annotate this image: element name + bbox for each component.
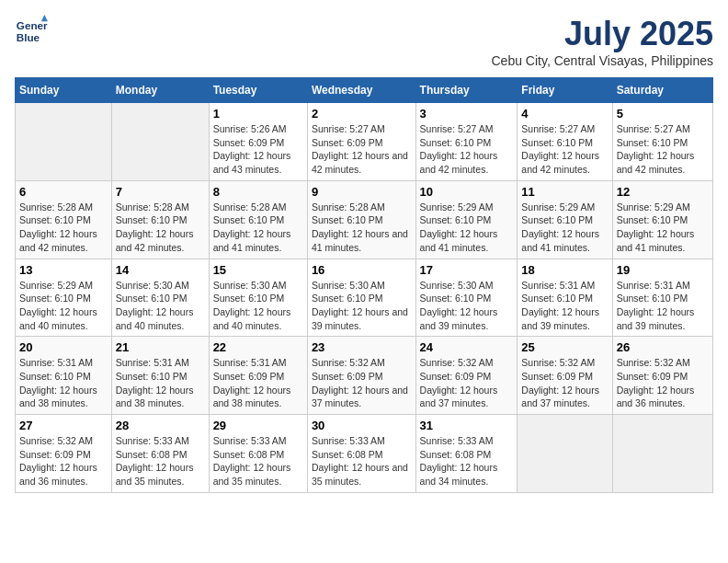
logo-icon: General Blue <box>15 15 48 48</box>
day-number: 10 <box>420 185 514 199</box>
day-info: Sunrise: 5:30 AMSunset: 6:10 PMDaylight:… <box>116 279 205 333</box>
svg-text:Blue: Blue <box>17 31 40 43</box>
calendar-cell: 13Sunrise: 5:29 AMSunset: 6:10 PMDayligh… <box>16 259 112 337</box>
calendar-cell: 21Sunrise: 5:31 AMSunset: 6:10 PMDayligh… <box>111 337 209 415</box>
calendar-cell: 20Sunrise: 5:31 AMSunset: 6:10 PMDayligh… <box>16 337 112 415</box>
day-info: Sunrise: 5:31 AMSunset: 6:09 PMDaylight:… <box>213 356 303 410</box>
day-info: Sunrise: 5:30 AMSunset: 6:10 PMDaylight:… <box>213 279 303 333</box>
calendar-cell: 17Sunrise: 5:30 AMSunset: 6:10 PMDayligh… <box>415 259 518 337</box>
calendar-table: SundayMondayTuesdayWednesdayThursdayFrid… <box>15 77 713 493</box>
day-info: Sunrise: 5:29 AMSunset: 6:10 PMDaylight:… <box>617 201 709 255</box>
day-info: Sunrise: 5:32 AMSunset: 6:09 PMDaylight:… <box>312 356 412 410</box>
column-header-friday: Friday <box>518 78 612 103</box>
day-number: 30 <box>312 419 412 432</box>
day-number: 28 <box>116 419 205 432</box>
calendar-cell: 3Sunrise: 5:27 AMSunset: 6:10 PMDaylight… <box>415 103 518 181</box>
calendar-cell: 18Sunrise: 5:31 AMSunset: 6:10 PMDayligh… <box>518 259 612 337</box>
day-number: 1 <box>213 107 303 121</box>
calendar-cell: 30Sunrise: 5:33 AMSunset: 6:08 PMDayligh… <box>307 415 415 493</box>
day-number: 22 <box>213 340 303 354</box>
calendar-cell: 27Sunrise: 5:32 AMSunset: 6:09 PMDayligh… <box>16 415 112 493</box>
calendar-cell: 23Sunrise: 5:32 AMSunset: 6:09 PMDayligh… <box>307 337 415 415</box>
day-number: 6 <box>19 185 108 199</box>
day-info: Sunrise: 5:30 AMSunset: 6:10 PMDaylight:… <box>312 279 412 333</box>
column-header-thursday: Thursday <box>415 78 518 103</box>
day-number: 17 <box>420 263 514 277</box>
day-info: Sunrise: 5:31 AMSunset: 6:10 PMDaylight:… <box>116 356 205 410</box>
day-info: Sunrise: 5:33 AMSunset: 6:08 PMDaylight:… <box>116 434 205 488</box>
day-info: Sunrise: 5:33 AMSunset: 6:08 PMDaylight:… <box>420 434 514 488</box>
column-header-wednesday: Wednesday <box>307 78 415 103</box>
day-info: Sunrise: 5:28 AMSunset: 6:10 PMDaylight:… <box>116 201 205 255</box>
day-number: 2 <box>312 107 412 121</box>
calendar-cell: 19Sunrise: 5:31 AMSunset: 6:10 PMDayligh… <box>612 259 712 337</box>
calendar-week-2: 6Sunrise: 5:28 AMSunset: 6:10 PMDaylight… <box>16 180 713 259</box>
day-info: Sunrise: 5:32 AMSunset: 6:09 PMDaylight:… <box>521 356 608 410</box>
day-number: 11 <box>521 185 608 199</box>
calendar-cell: 12Sunrise: 5:29 AMSunset: 6:10 PMDayligh… <box>612 180 712 259</box>
calendar-cell: 29Sunrise: 5:33 AMSunset: 6:08 PMDayligh… <box>209 415 307 493</box>
calendar-week-5: 27Sunrise: 5:32 AMSunset: 6:09 PMDayligh… <box>16 415 713 493</box>
day-number: 25 <box>521 340 608 354</box>
day-number: 24 <box>420 340 514 354</box>
calendar-cell: 5Sunrise: 5:27 AMSunset: 6:10 PMDaylight… <box>612 103 712 181</box>
calendar-cell <box>518 415 612 493</box>
calendar-week-1: 1Sunrise: 5:26 AMSunset: 6:09 PMDaylight… <box>16 103 713 181</box>
day-number: 15 <box>213 263 303 277</box>
subtitle: Cebu City, Central Visayas, Philippines <box>492 53 714 68</box>
logo: General Blue <box>15 15 48 48</box>
day-number: 19 <box>617 263 709 277</box>
calendar-cell: 4Sunrise: 5:27 AMSunset: 6:10 PMDaylight… <box>518 103 612 181</box>
day-info: Sunrise: 5:31 AMSunset: 6:10 PMDaylight:… <box>19 356 108 410</box>
title-area: July 2025 Cebu City, Central Visayas, Ph… <box>492 15 714 68</box>
calendar-cell: 26Sunrise: 5:32 AMSunset: 6:09 PMDayligh… <box>612 337 712 415</box>
calendar-cell: 2Sunrise: 5:27 AMSunset: 6:09 PMDaylight… <box>307 103 415 181</box>
day-number: 26 <box>617 340 709 354</box>
calendar-cell: 15Sunrise: 5:30 AMSunset: 6:10 PMDayligh… <box>209 259 307 337</box>
day-number: 20 <box>19 340 108 354</box>
day-info: Sunrise: 5:28 AMSunset: 6:10 PMDaylight:… <box>312 201 412 255</box>
calendar-cell: 31Sunrise: 5:33 AMSunset: 6:08 PMDayligh… <box>415 415 518 493</box>
calendar-week-4: 20Sunrise: 5:31 AMSunset: 6:10 PMDayligh… <box>16 337 713 415</box>
day-info: Sunrise: 5:29 AMSunset: 6:10 PMDaylight:… <box>521 201 608 255</box>
day-number: 31 <box>420 419 514 432</box>
day-number: 16 <box>312 263 412 277</box>
day-info: Sunrise: 5:32 AMSunset: 6:09 PMDaylight:… <box>617 356 709 410</box>
calendar-cell: 11Sunrise: 5:29 AMSunset: 6:10 PMDayligh… <box>518 180 612 259</box>
day-info: Sunrise: 5:32 AMSunset: 6:09 PMDaylight:… <box>420 356 514 410</box>
day-info: Sunrise: 5:33 AMSunset: 6:08 PMDaylight:… <box>312 434 412 488</box>
day-number: 5 <box>617 107 709 121</box>
day-number: 27 <box>19 419 108 432</box>
column-header-sunday: Sunday <box>16 78 112 103</box>
day-info: Sunrise: 5:26 AMSunset: 6:09 PMDaylight:… <box>213 122 303 177</box>
calendar-cell: 22Sunrise: 5:31 AMSunset: 6:09 PMDayligh… <box>209 337 307 415</box>
day-number: 7 <box>116 185 205 199</box>
calendar-cell: 7Sunrise: 5:28 AMSunset: 6:10 PMDaylight… <box>111 180 209 259</box>
calendar-cell: 6Sunrise: 5:28 AMSunset: 6:10 PMDaylight… <box>16 180 112 259</box>
day-number: 14 <box>116 263 205 277</box>
svg-marker-2 <box>41 15 48 21</box>
day-number: 3 <box>420 107 514 121</box>
calendar-cell: 9Sunrise: 5:28 AMSunset: 6:10 PMDaylight… <box>307 180 415 259</box>
column-header-monday: Monday <box>111 78 209 103</box>
day-info: Sunrise: 5:28 AMSunset: 6:10 PMDaylight:… <box>213 201 303 255</box>
day-number: 18 <box>521 263 608 277</box>
calendar-cell <box>612 415 712 493</box>
day-info: Sunrise: 5:33 AMSunset: 6:08 PMDaylight:… <box>213 434 303 488</box>
day-number: 23 <box>312 340 412 354</box>
day-number: 13 <box>19 263 108 277</box>
day-info: Sunrise: 5:27 AMSunset: 6:10 PMDaylight:… <box>420 122 514 177</box>
calendar-cell: 16Sunrise: 5:30 AMSunset: 6:10 PMDayligh… <box>307 259 415 337</box>
day-number: 21 <box>116 340 205 354</box>
calendar-cell <box>16 103 112 181</box>
day-info: Sunrise: 5:29 AMSunset: 6:10 PMDaylight:… <box>19 279 108 333</box>
day-info: Sunrise: 5:30 AMSunset: 6:10 PMDaylight:… <box>420 279 514 333</box>
column-header-saturday: Saturday <box>612 78 712 103</box>
day-info: Sunrise: 5:27 AMSunset: 6:09 PMDaylight:… <box>312 122 412 177</box>
calendar-cell: 24Sunrise: 5:32 AMSunset: 6:09 PMDayligh… <box>415 337 518 415</box>
main-title: July 2025 <box>492 15 714 53</box>
calendar-cell: 14Sunrise: 5:30 AMSunset: 6:10 PMDayligh… <box>111 259 209 337</box>
day-number: 29 <box>213 419 303 432</box>
day-info: Sunrise: 5:28 AMSunset: 6:10 PMDaylight:… <box>19 201 108 255</box>
calendar-cell: 28Sunrise: 5:33 AMSunset: 6:08 PMDayligh… <box>111 415 209 493</box>
